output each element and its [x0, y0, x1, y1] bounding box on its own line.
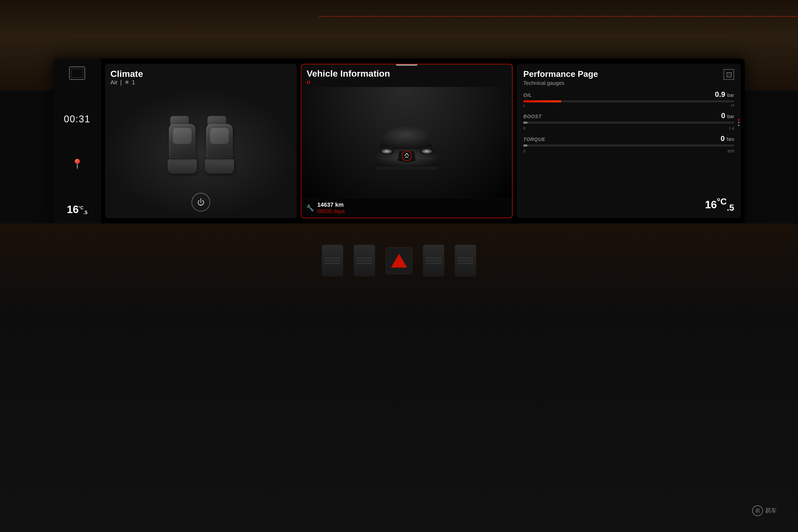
service-km: 14637 km	[317, 201, 345, 208]
boost-label-row: BOOST 0 bar	[523, 111, 734, 120]
dashboard-controls	[322, 245, 476, 277]
oil-label-row: OIL 0.9 bar	[523, 90, 734, 99]
vent-line	[324, 263, 341, 264]
boost-high: 1.4	[728, 126, 734, 130]
vent-line	[324, 258, 341, 259]
performance-card[interactable]: Performance Page Technical gauges ⊡ OIL …	[517, 64, 741, 218]
climate-power-button[interactable]: ⏻	[191, 193, 210, 211]
expand-symbol: ⊡	[726, 70, 732, 79]
vent-line	[324, 260, 341, 261]
vent-line	[457, 258, 474, 259]
right-temperature: 16°C.5	[705, 199, 734, 210]
vent-4[interactable]	[455, 245, 476, 277]
dot-2	[738, 125, 740, 126]
torque-bar-fill	[523, 145, 528, 147]
torque-gauge: TORQUE 0 Nm 0 600	[523, 134, 734, 153]
oil-bar-wrapper: L H	[523, 100, 734, 108]
right-seat-bottom	[205, 159, 234, 174]
torque-low: 0	[523, 149, 525, 153]
left-seat-back	[169, 124, 195, 158]
fan-icon: ✳	[125, 79, 129, 86]
location-icon: 📍	[71, 158, 83, 170]
seats-illustration	[166, 124, 235, 183]
left-temperature: 16°C.5	[67, 204, 87, 215]
red-stitching	[319, 16, 798, 19]
vent-1[interactable]	[322, 245, 343, 277]
boost-value: 0	[721, 111, 725, 120]
boost-label: BOOST	[523, 114, 542, 119]
oil-value: 0.9	[715, 90, 725, 98]
main-content: Climate Air | ✳ 1	[101, 58, 745, 224]
vehicle-title: Vehicle Information	[307, 68, 507, 79]
vehicle-footer: 🔧 14637 km 00035 days	[301, 198, 512, 217]
oil-range: L H	[523, 103, 734, 108]
vent-3[interactable]	[423, 245, 444, 277]
vent-line	[357, 258, 373, 259]
climate-subtitle: Air | ✳ 1	[110, 79, 291, 86]
climate-card[interactable]: Climate Air | ✳ 1	[105, 64, 297, 218]
vent-line	[425, 263, 441, 264]
climate-title: Climate	[110, 69, 291, 79]
oil-low: L	[523, 103, 525, 108]
bottom-dashboard	[0, 224, 798, 532]
climate-header: Climate Air | ✳ 1	[105, 64, 297, 88]
hazard-triangle-icon	[391, 254, 407, 268]
left-seat-bottom	[168, 159, 197, 174]
oil-high: H	[731, 103, 734, 108]
expand-icon[interactable]: ⊡	[723, 69, 734, 80]
boost-value-unit: 0 bar	[721, 111, 734, 120]
vent-line	[425, 258, 441, 259]
vent-line	[457, 260, 474, 261]
right-seat-back	[206, 124, 233, 158]
watermark-icon: 易	[752, 506, 763, 516]
power-icon: ⏻	[197, 198, 205, 207]
boost-bar-fill	[523, 121, 528, 124]
selected-indicator	[396, 64, 417, 66]
screen-bezel: 00:31 📍 16°C.5 Climate Air | ✳	[53, 58, 745, 224]
climate-image-area: ⏻	[105, 88, 297, 218]
left-seat	[166, 124, 198, 172]
svg-point-3	[381, 149, 392, 154]
oil-bar-container	[523, 100, 734, 102]
hazard-button[interactable]	[386, 247, 412, 274]
svg-rect-8	[376, 167, 437, 170]
oil-value-unit: 0.9 bar	[715, 90, 734, 99]
performance-header-text: Performance Page Technical gauges	[523, 69, 598, 86]
watermark-text: 易车	[765, 507, 777, 515]
time-display: 00:31	[64, 114, 91, 125]
left-vent-group	[322, 245, 375, 277]
service-days: 00035 days	[317, 208, 345, 214]
service-info: 14637 km 00035 days	[317, 201, 345, 214]
svg-point-5	[421, 149, 432, 154]
performance-header: Performance Page Technical gauges ⊡	[523, 69, 734, 86]
boost-unit: bar	[727, 114, 734, 119]
oil-bar-fill	[523, 100, 561, 102]
torque-value: 0	[721, 134, 725, 142]
vent-2[interactable]	[354, 245, 375, 277]
wrench-icon: 🔧	[306, 204, 314, 212]
perf-temp-area: 16°C.5	[523, 196, 734, 213]
boost-gauge: BOOST 0 bar	[523, 111, 734, 130]
vent-line	[357, 263, 373, 264]
torque-value-unit: 0 Nm	[721, 134, 734, 143]
alfa-logo: n	[307, 79, 507, 86]
right-seat	[204, 124, 235, 172]
torque-bar-container	[523, 145, 734, 147]
main-screen: 00:31 📍 16°C.5 Climate Air | ✳	[53, 58, 745, 224]
torque-label-row: TORQUE 0 Nm	[523, 134, 734, 143]
torque-label: TORQUE	[523, 137, 545, 142]
vent-line	[457, 263, 474, 264]
performance-subtitle: Technical gauges	[523, 80, 598, 86]
oil-label: OIL	[523, 93, 532, 98]
oil-unit: bar	[727, 93, 734, 98]
boost-low: 0	[523, 126, 525, 130]
dot-red	[738, 119, 740, 121]
page-wrapper: 00:31 📍 16°C.5 Climate Air | ✳	[0, 0, 798, 532]
performance-title: Performance Page	[523, 69, 598, 79]
vehicle-information-card[interactable]: Vehicle Information n	[301, 64, 513, 218]
torque-high: 600	[727, 149, 734, 153]
torque-range: 0 600	[523, 149, 734, 153]
torque-unit: Nm	[727, 137, 734, 142]
dot-1	[738, 122, 740, 124]
vent-line	[425, 260, 441, 261]
